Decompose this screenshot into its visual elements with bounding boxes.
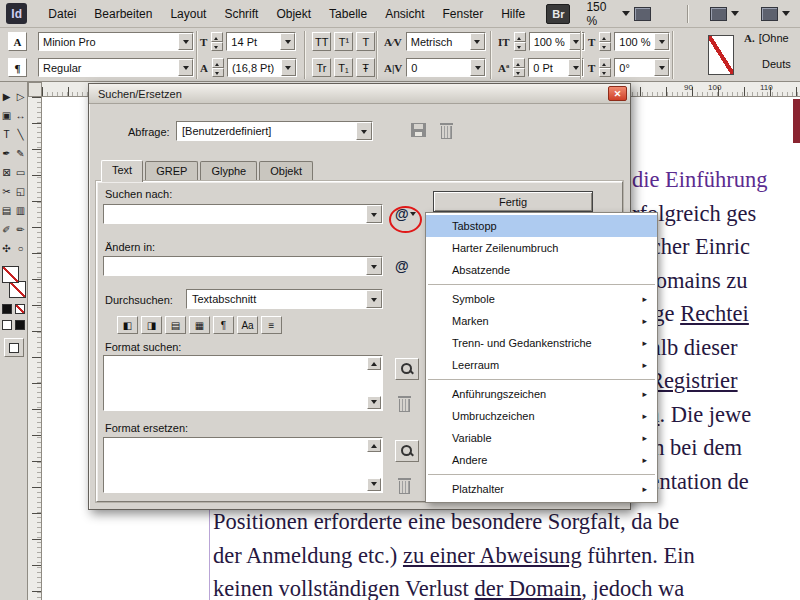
chevron-down-icon[interactable] (178, 33, 193, 50)
menu-item[interactable]: Ansicht (376, 2, 433, 26)
chevron-down-icon[interactable] (568, 59, 583, 76)
tracking-dropdown[interactable]: 0 (406, 58, 486, 77)
find-special-characters-button[interactable]: @ (395, 207, 416, 221)
character-style-value[interactable]: [Ohne (759, 32, 789, 44)
apply-gradient-button[interactable] (2, 320, 12, 330)
find-input[interactable] (103, 204, 383, 224)
case-option-button[interactable]: T¹ (334, 32, 353, 51)
change-input[interactable] (103, 256, 383, 276)
font-family-dropdown[interactable]: Minion Pro (38, 32, 194, 51)
type-tool[interactable]: T (0, 126, 14, 142)
tab[interactable]: Objekt (259, 161, 313, 181)
font-size-stepper[interactable] (211, 32, 223, 51)
context-menu-item[interactable]: Variable ▸ (426, 427, 657, 449)
chevron-down-icon[interactable] (281, 59, 296, 76)
clear-find-format-icon[interactable] (399, 399, 410, 412)
leading-stepper[interactable] (212, 58, 224, 77)
clear-change-format-icon[interactable] (399, 481, 410, 494)
chevron-down-icon[interactable] (178, 59, 193, 76)
menu-item[interactable]: Datei (39, 2, 85, 26)
case-sensitive-button[interactable]: Aa (237, 316, 258, 334)
include-footnotes-button[interactable]: ¶ (213, 316, 234, 334)
chevron-down-icon[interactable] (654, 59, 669, 76)
include-hidden-layers-button[interactable]: ▤ (165, 316, 186, 334)
rectangle-tool[interactable]: ▭ (14, 164, 28, 180)
horizontal-scale-field[interactable]: 100 % (614, 32, 670, 51)
context-menu-item[interactable]: Harter Zeilenumbruch (426, 237, 657, 259)
menu-item[interactable]: Bearbeiten (85, 2, 161, 26)
formatting-affects-text-button[interactable] (15, 320, 25, 330)
dialog-titlebar[interactable]: Suchen/Ersetzen ✕ (89, 84, 630, 104)
apply-none-button[interactable] (15, 304, 25, 314)
fill-stroke-proxy[interactable] (2, 266, 26, 298)
hand-tool[interactable]: ✣ (0, 240, 14, 256)
chevron-down-icon[interactable] (366, 205, 382, 223)
context-menu-item[interactable]: Trenn- und Gedankenstriche ▸ (426, 332, 657, 354)
case-option-button[interactable]: TT (312, 32, 331, 51)
format-change-box[interactable] (103, 437, 383, 493)
vertical-scale-field[interactable]: 100 % (529, 32, 585, 51)
context-menu-item[interactable] (428, 284, 655, 285)
zoom-level-dropdown[interactable]: 150 % (582, 0, 634, 30)
ruler-origin-box[interactable] (28, 82, 42, 97)
zoom-tool[interactable]: ○ (14, 240, 28, 256)
measure-tool[interactable]: ✏ (14, 221, 28, 237)
include-locked-layers-button[interactable]: ◧ (117, 316, 138, 334)
paragraph-formatting-button[interactable]: ¶ (8, 58, 27, 77)
include-locked-stories-button[interactable]: ◨ (141, 316, 162, 334)
page-tool[interactable]: ▣ (0, 107, 14, 123)
context-menu-item[interactable]: Marken ▸ (426, 310, 657, 332)
font-style-dropdown[interactable]: Regular (38, 58, 194, 77)
gap-tool[interactable]: ↔ (14, 107, 28, 123)
done-button[interactable]: Fertig (433, 191, 593, 212)
whole-word-button[interactable]: ≡ (261, 316, 282, 334)
horizontal-scale-stepper[interactable] (599, 32, 611, 51)
format-find-box[interactable] (103, 355, 383, 411)
screen-mode-toolbar-button[interactable] (4, 338, 24, 357)
gradient-feather-tool[interactable]: ▥ (14, 202, 28, 218)
chevron-down-icon[interactable] (280, 33, 295, 50)
view-options-button[interactable] (634, 7, 651, 21)
case-option-button[interactable]: T (356, 32, 375, 51)
position-option-button[interactable]: Tr (312, 58, 331, 77)
chevron-down-icon[interactable] (366, 257, 382, 275)
menu-item[interactable]: Objekt (267, 2, 320, 26)
pencil-tool[interactable]: ✎ (14, 145, 28, 161)
free-transform-tool[interactable]: ◱ (14, 183, 28, 199)
scroll-up-icon[interactable] (367, 357, 381, 370)
kerning-dropdown[interactable]: Metrisch (406, 32, 486, 51)
search-scope-dropdown[interactable]: Textabschnitt (186, 289, 383, 309)
position-option-button[interactable]: T₁ (334, 58, 353, 77)
fill-swatch[interactable] (2, 266, 19, 283)
chevron-down-icon[interactable] (470, 59, 485, 76)
skew-field[interactable]: 0° (614, 58, 670, 77)
pen-tool[interactable]: ✒ (0, 145, 14, 161)
context-menu-item[interactable]: Symbole ▸ (426, 288, 657, 310)
bridge-button[interactable]: Br (546, 4, 570, 24)
context-menu-item[interactable] (428, 379, 655, 380)
screen-mode-button[interactable] (710, 7, 739, 21)
specify-change-format-button[interactable] (395, 440, 419, 462)
chevron-down-icon[interactable] (569, 33, 584, 50)
scissors-tool[interactable]: ✂ (0, 183, 14, 199)
context-menu-item[interactable]: Andere ▸ (426, 449, 657, 471)
vertical-scale-stepper[interactable] (514, 32, 526, 51)
context-menu-item[interactable]: Absatzende (426, 259, 657, 281)
rectangle-frame-tool[interactable]: ⊠ (0, 164, 14, 180)
direct-selection-tool[interactable]: ▷ (14, 88, 28, 104)
fill-none-swatch[interactable] (708, 35, 734, 75)
chevron-down-icon[interactable] (356, 122, 372, 140)
chevron-down-icon[interactable] (654, 33, 669, 50)
workspace-switcher-button[interactable] (761, 7, 790, 21)
specify-find-format-button[interactable] (395, 358, 419, 380)
close-button[interactable]: ✕ (608, 86, 627, 101)
tab[interactable]: Glyphe (200, 161, 257, 181)
context-menu-item[interactable]: Tabstopp (426, 215, 657, 237)
menu-item[interactable]: Fenster (434, 2, 493, 26)
context-menu-item[interactable] (428, 474, 655, 475)
menu-item[interactable]: Tabelle (320, 2, 376, 26)
context-menu-item[interactable]: Leerraum ▸ (426, 354, 657, 376)
include-master-pages-button[interactable]: ▦ (189, 316, 210, 334)
scroll-down-icon[interactable] (367, 396, 381, 409)
baseline-shift-field[interactable]: 0 Pt (528, 58, 584, 77)
